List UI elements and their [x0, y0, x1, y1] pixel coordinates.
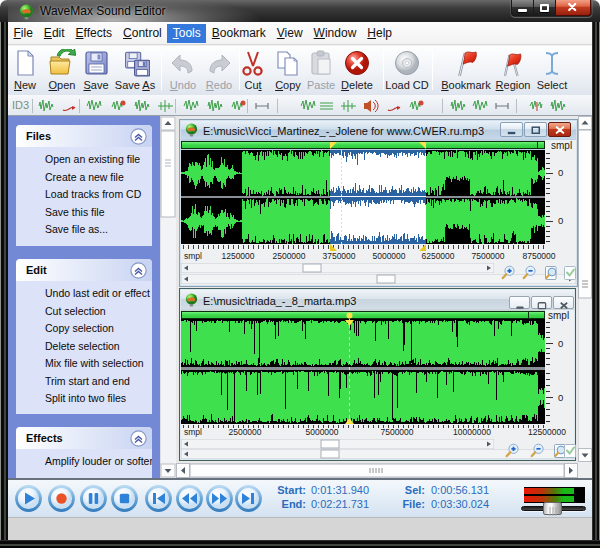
svg-text:12500000: 12500000: [528, 427, 566, 437]
svg-text:0: 0: [558, 167, 563, 178]
svg-text:smpl: smpl: [184, 251, 202, 261]
svg-text:0: 0: [558, 215, 563, 226]
svg-text:3750000: 3750000: [322, 251, 355, 261]
svg-text:smpl: smpl: [184, 427, 202, 437]
svg-text:2500000: 2500000: [272, 251, 305, 261]
svg-text:1250000: 1250000: [221, 251, 254, 261]
svg-text:6250000: 6250000: [421, 251, 454, 261]
svg-text:5000000: 5000000: [305, 427, 338, 437]
svg-text:0: 0: [558, 338, 563, 349]
svg-text:8750000: 8750000: [522, 251, 555, 261]
svg-text:7500000: 7500000: [380, 427, 413, 437]
svg-text:5000000: 5000000: [372, 251, 405, 261]
svg-text:10000000: 10000000: [453, 427, 491, 437]
svg-text:2500000: 2500000: [228, 427, 261, 437]
svg-text:7500000: 7500000: [471, 251, 504, 261]
svg-text:0: 0: [558, 392, 563, 403]
